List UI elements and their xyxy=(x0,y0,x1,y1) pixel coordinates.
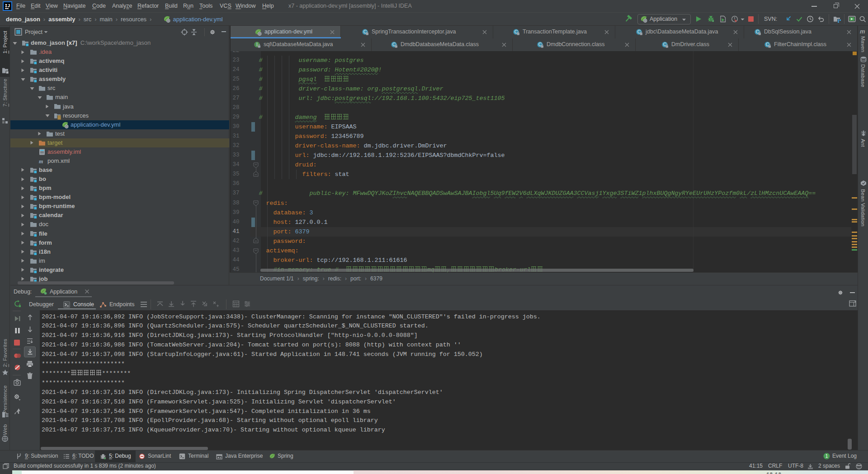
svg-text:IJ: IJ xyxy=(5,4,10,9)
svg-text:1: 1 xyxy=(826,454,828,459)
svg-text:m: m xyxy=(39,158,43,164)
svg-text:I: I xyxy=(256,42,258,47)
